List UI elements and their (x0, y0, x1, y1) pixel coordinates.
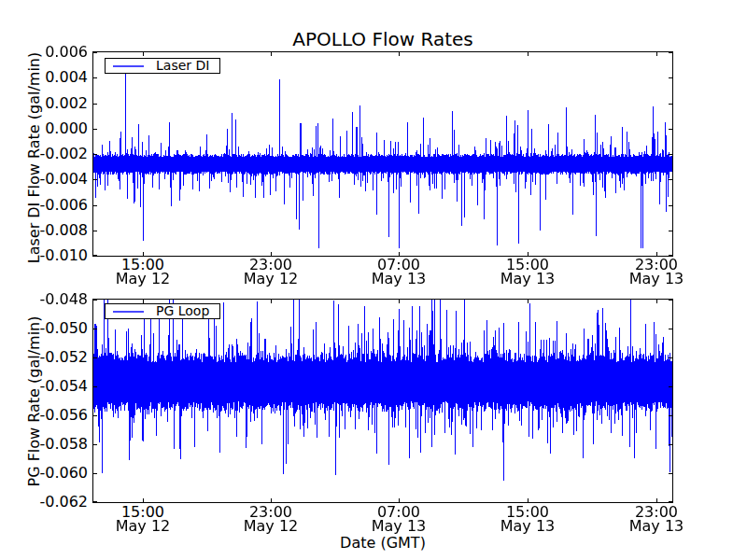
legend-pg-loop: PG Loop (105, 303, 220, 319)
y-tick-mark (93, 357, 97, 358)
y-tick-label: 0.000 (0, 121, 88, 136)
y-tick-label: -0.054 (0, 379, 88, 394)
y-tick-label: 0.006 (0, 45, 88, 60)
chart-title: APOLLO Flow Rates (93, 29, 672, 49)
y-tick-label: -0.004 (0, 172, 88, 187)
x-tick-mark (528, 498, 529, 502)
y-tick-mark (669, 205, 672, 206)
x-tick-mark (528, 52, 529, 56)
laser-di-series-canvas (93, 52, 672, 256)
pg-loop-plot-area: PG Loop (92, 299, 673, 503)
y-tick-mark (93, 444, 97, 445)
laser-di-plot-area: Laser DI (92, 51, 673, 257)
y-tick-mark (93, 104, 97, 105)
x-tick-date-label: May 13 (486, 519, 570, 533)
y-tick-mark (93, 501, 97, 502)
x-tick-date-label: May 13 (357, 519, 441, 533)
legend-label: Laser DI (156, 59, 209, 73)
x-tick-mark (271, 52, 272, 56)
x-tick-mark (143, 52, 144, 56)
x-tick-date-label: May 13 (357, 272, 441, 286)
y-tick-mark (93, 473, 97, 474)
y-tick-mark (669, 386, 672, 387)
y-tick-mark (93, 231, 97, 231)
y-tick-label: -0.058 (0, 437, 88, 452)
y-tick-mark (669, 444, 672, 445)
y-tick-mark (669, 357, 672, 358)
legend-label: PG Loop (156, 304, 209, 318)
y-tick-mark (93, 77, 97, 78)
y-tick-mark (669, 52, 672, 53)
y-tick-label: -0.062 (0, 495, 88, 510)
x-tick-date-label: May 12 (229, 272, 313, 286)
y-tick-mark (669, 473, 672, 474)
y-tick-mark (93, 386, 97, 387)
x-tick-date-label: May 12 (101, 519, 185, 533)
matplotlib-figure: APOLLO Flow Rates Laser DI Flow Rate (ga… (0, 0, 747, 560)
x-tick-mark (399, 300, 400, 303)
y-tick-mark (669, 129, 672, 130)
y-tick-mark (93, 300, 97, 301)
y-tick-mark (93, 205, 97, 206)
y-tick-mark (93, 52, 97, 53)
x-tick-mark (143, 498, 144, 502)
y-tick-mark (93, 255, 97, 256)
legend-laser-di: Laser DI (105, 58, 220, 74)
y-tick-label: -0.008 (0, 223, 88, 238)
y-tick-label: 0.002 (0, 96, 88, 111)
x-tick-date-label: May 12 (229, 519, 313, 533)
y-tick-mark (93, 329, 97, 329)
y-tick-mark (93, 415, 97, 416)
y-tick-label: -0.056 (0, 408, 88, 423)
x-tick-date-label: May 13 (486, 272, 570, 286)
y-tick-mark (669, 179, 672, 180)
y-tick-mark (669, 415, 672, 416)
y-tick-mark (93, 179, 97, 180)
x-tick-mark (656, 498, 657, 502)
y-tick-mark (669, 77, 672, 78)
pg-loop-series-canvas (93, 300, 672, 502)
y-tick-label: -0.002 (0, 147, 88, 161)
y-tick-label: -0.010 (0, 248, 88, 263)
y-tick-label: 0.004 (0, 70, 88, 85)
y-tick-mark (669, 154, 672, 155)
y-tick-label: -0.060 (0, 466, 88, 481)
x-tick-mark (656, 52, 657, 56)
y-tick-mark (669, 501, 672, 502)
legend-line-sample (113, 311, 144, 313)
x-tick-mark (656, 300, 657, 303)
x-tick-mark (271, 300, 272, 303)
x-tick-date-label: May 13 (614, 272, 698, 286)
y-tick-label: -0.006 (0, 198, 88, 213)
y-tick-mark (669, 231, 672, 231)
y-tick-mark (93, 154, 97, 155)
x-tick-mark (271, 498, 272, 502)
x-tick-mark (399, 498, 400, 502)
y-tick-label: -0.050 (0, 321, 88, 336)
x-tick-mark (399, 52, 400, 56)
y-tick-mark (669, 329, 672, 329)
y-tick-label: -0.052 (0, 350, 88, 365)
x-tick-mark (143, 300, 144, 303)
y-tick-mark (669, 104, 672, 105)
x-axis-label: Date (GMT) (93, 534, 672, 552)
x-tick-mark (528, 300, 529, 303)
y-tick-mark (93, 129, 97, 130)
y-tick-mark (669, 300, 672, 301)
y-tick-label: -0.048 (0, 292, 88, 307)
x-tick-date-label: May 12 (101, 272, 185, 286)
x-tick-date-label: May 13 (614, 519, 698, 533)
legend-line-sample (113, 65, 144, 67)
